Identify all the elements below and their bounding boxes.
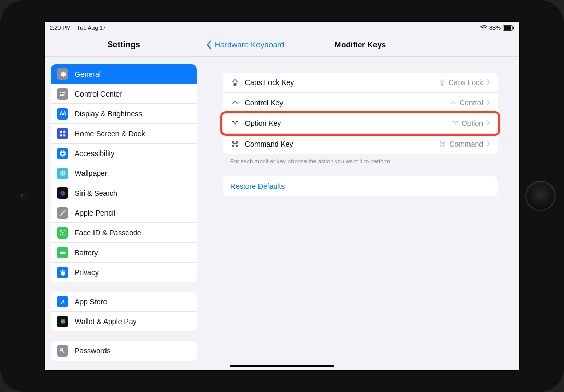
modifier-value: Option — [462, 119, 483, 127]
front-camera — [19, 192, 26, 199]
pencil-icon — [57, 207, 68, 219]
svg-rect-40 — [441, 85, 443, 86]
svg-point-4 — [61, 92, 62, 93]
switches-icon — [57, 88, 68, 100]
svg-rect-10 — [63, 134, 65, 136]
modifier-label: Command Key — [245, 140, 439, 148]
svg-rect-1 — [504, 26, 511, 29]
svg-rect-31 — [61, 320, 65, 321]
svg-point-17 — [64, 172, 66, 174]
back-label: Hardware Keyboard — [215, 40, 284, 49]
detail-header: Hardware Keyboard Modifier Keys — [202, 33, 519, 57]
siri-icon — [57, 187, 68, 199]
capslock-key-icon — [230, 79, 240, 86]
svg-point-6 — [64, 94, 65, 96]
sidebar-group: Passwords — [51, 341, 197, 361]
svg-point-36 — [61, 349, 62, 350]
sidebar-item-label: Battery — [75, 248, 98, 257]
status-battery-pct: 83% — [489, 25, 501, 31]
sidebar-scroll[interactable]: GeneralControl CenterAADisplay & Brightn… — [45, 57, 202, 370]
gear-icon — [57, 68, 68, 80]
modifier-row-command-key[interactable]: Command KeyCommand — [223, 134, 498, 154]
sidebar-item-label: Wallpaper — [75, 169, 108, 177]
svg-point-20 — [61, 174, 62, 175]
control-key-icon — [230, 99, 240, 106]
faceid-icon — [57, 227, 68, 239]
appstore-icon — [57, 296, 68, 307]
restore-defaults-button[interactable]: Restore Defaults — [223, 176, 498, 196]
sidebar-group: App StoreWallet & Apple Pay — [51, 292, 197, 331]
sidebar-item-general[interactable]: General — [51, 64, 197, 84]
sidebar-item-siri-search[interactable]: Siri & Search — [51, 183, 197, 203]
sidebar-item-label: App Store — [75, 298, 107, 306]
svg-rect-8 — [63, 130, 65, 133]
home-indicator[interactable] — [230, 365, 334, 367]
sidebar-item-label: Face ID & Passcode — [75, 229, 142, 237]
svg-point-21 — [64, 174, 65, 175]
svg-point-15 — [62, 174, 64, 176]
svg-rect-32 — [61, 320, 65, 322]
option-key-icon — [230, 120, 240, 127]
sidebar-item-face-id-passcode[interactable]: Face ID & Passcode — [51, 223, 197, 243]
svg-point-16 — [60, 172, 61, 174]
ipad-frame: 2:29 PM Tue Aug 17 83% Settings GeneralC… — [0, 0, 564, 392]
screen: 2:29 PM Tue Aug 17 83% Settings GeneralC… — [44, 21, 520, 371]
modifier-value: Command — [449, 140, 483, 148]
status-bar: 2:29 PM Tue Aug 17 83% — [45, 22, 519, 33]
modifier-keys-group: Caps Lock KeyCaps LockControl KeyControl… — [223, 73, 498, 154]
svg-rect-28 — [65, 252, 66, 253]
svg-point-25 — [62, 232, 62, 232]
settings-sidebar: Settings GeneralControl CenterAADisplay … — [45, 33, 202, 370]
wifi-icon — [480, 25, 487, 30]
modifier-row-caps-lock-key[interactable]: Caps Lock KeyCaps Lock — [223, 73, 498, 93]
modifier-row-option-key[interactable]: Option KeyOption — [223, 113, 498, 134]
battery-icon — [57, 247, 68, 258]
sidebar-item-apple-pencil[interactable]: Apple Pencil — [51, 203, 197, 223]
hand-icon — [57, 267, 68, 278]
sidebar-item-home-screen-dock[interactable]: Home Screen & Dock — [51, 124, 197, 144]
AA-icon: AA — [57, 108, 68, 120]
sidebar-item-passwords[interactable]: Passwords — [51, 341, 197, 361]
modifier-value: Control — [460, 99, 483, 107]
modifier-label: Option Key — [245, 119, 451, 127]
home-button[interactable] — [526, 182, 555, 210]
svg-rect-7 — [60, 130, 62, 133]
sidebar-item-app-store[interactable]: App Store — [51, 292, 197, 312]
sidebar-item-label: Accessibility — [75, 149, 114, 158]
sidebar-item-label: Passwords — [75, 347, 110, 355]
sidebar-item-control-center[interactable]: Control Center — [51, 84, 197, 104]
sidebar-item-accessibility[interactable]: Accessibility — [51, 144, 197, 163]
sidebar-item-label: General — [75, 70, 101, 78]
flower-icon — [57, 168, 68, 179]
sidebar-title: Settings — [45, 33, 202, 57]
sidebar-item-label: Siri & Search — [75, 189, 118, 197]
figure-icon — [57, 148, 68, 159]
modifier-caption: For each modifier key, choose the action… — [223, 154, 498, 164]
sidebar-item-privacy[interactable]: Privacy — [51, 263, 197, 282]
modifier-row-control-key[interactable]: Control KeyControl — [223, 93, 498, 113]
sidebar-item-wallet-apple-pay[interactable]: Wallet & Apple Pay — [51, 312, 197, 331]
sidebar-item-label: Display & Brightness — [75, 110, 142, 118]
chevron-right-icon — [486, 119, 490, 127]
svg-point-19 — [64, 171, 65, 172]
command-key-icon — [230, 140, 240, 148]
status-date: Tue Aug 17 — [77, 25, 106, 31]
sidebar-item-battery[interactable]: Battery — [51, 243, 197, 263]
sidebar-item-wallpaper[interactable]: Wallpaper — [51, 163, 197, 183]
modifier-label: Control Key — [245, 99, 449, 107]
wallet-icon — [57, 316, 68, 327]
control-value-icon — [449, 99, 457, 106]
restore-group: Restore Defaults — [223, 176, 498, 196]
grid-icon — [57, 128, 68, 139]
back-button[interactable]: Hardware Keyboard — [202, 40, 284, 50]
modifier-value: Caps Lock — [449, 78, 483, 87]
sidebar-item-display-brightness[interactable]: AADisplay & Brightness — [51, 104, 197, 124]
battery-icon — [503, 25, 514, 31]
svg-rect-37 — [62, 350, 64, 353]
chevron-right-icon — [486, 140, 490, 148]
svg-point-12 — [62, 151, 63, 152]
sidebar-item-label: Privacy — [75, 268, 99, 277]
key-icon — [57, 345, 68, 357]
svg-rect-2 — [513, 27, 514, 29]
command-value-icon — [439, 140, 447, 148]
